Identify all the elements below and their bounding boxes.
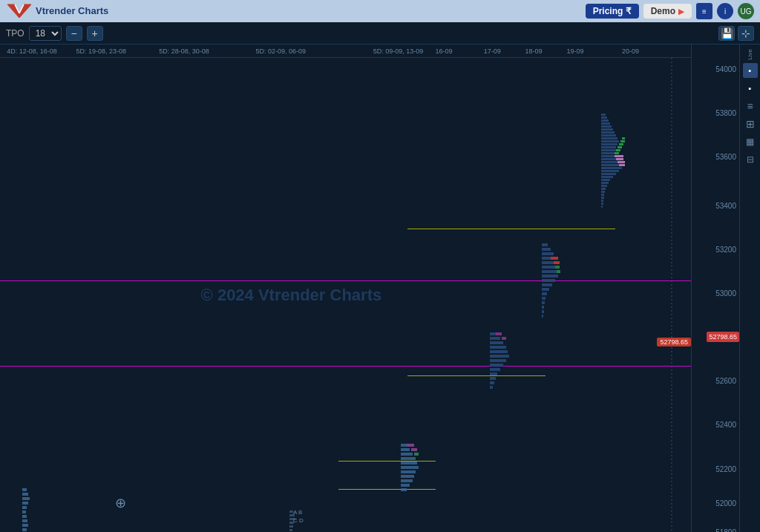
svg-rect-23 (401, 470, 416, 473)
svg-rect-4 (22, 493, 28, 496)
svg-rect-86 (601, 170, 619, 172)
price-54000: 54000 (715, 65, 736, 73)
price-52200: 52200 (715, 464, 736, 473)
time-label-5: 5D: 09-09, 13-09 (373, 47, 424, 55)
time-label-7: 17-09 (484, 47, 501, 55)
svg-rect-42 (490, 381, 494, 384)
svg-rect-68 (601, 116, 607, 119)
svg-rect-101 (618, 161, 625, 163)
sidebar-small-grid-icon[interactable]: ⊟ (743, 152, 758, 167)
svg-rect-70 (601, 122, 610, 125)
zoom-in-button[interactable]: + (87, 26, 103, 41)
svg-rect-8 (22, 510, 26, 513)
svg-rect-95 (601, 197, 604, 199)
svg-rect-89 (601, 179, 610, 181)
demo-button[interactable]: Demo ▶ (643, 4, 692, 19)
save-button[interactable]: 💾 (718, 26, 735, 41)
svg-rect-20 (401, 457, 416, 460)
price-53400: 53400 (715, 201, 736, 209)
svg-rect-32 (490, 337, 500, 340)
svg-rect-33 (490, 341, 503, 344)
sidebar-white-rect-2[interactable]: ▪ (743, 81, 758, 96)
svg-rect-72 (601, 128, 613, 131)
svg-rect-40 (490, 372, 497, 375)
svg-rect-7 (22, 506, 27, 509)
time-label-10: 20-09 (622, 47, 639, 55)
svg-rect-25 (401, 479, 413, 482)
svg-rect-21 (401, 462, 417, 464)
svg-rect-44 (496, 332, 502, 335)
interval-select[interactable]: 18 30 60 (29, 26, 62, 41)
svg-rect-12 (22, 528, 27, 531)
svg-rect-64 (554, 261, 560, 264)
svg-rect-85 (601, 167, 622, 169)
menu-button[interactable]: ≡ (696, 3, 712, 19)
sidebar-menu-icon[interactable]: ≡ (743, 99, 758, 114)
chart-svg-area: © 2024 Vtrender Charts (0, 58, 691, 532)
pricing-button[interactable]: Pricing ₹ (586, 4, 639, 19)
price-51800: 51800 (715, 528, 736, 533)
svg-rect-115 (289, 529, 292, 531)
svg-rect-114 (289, 525, 293, 528)
sidebar-white-rect-1[interactable]: ▪ (743, 63, 758, 78)
svg-rect-79 (601, 149, 618, 151)
crosshair-button[interactable]: ⊹ (738, 26, 754, 41)
svg-rect-103 (615, 152, 619, 154)
svg-rect-69 (601, 119, 609, 122)
time-label-3: 5D: 28-08, 30-08 (159, 47, 209, 55)
svg-rect-63 (551, 257, 558, 260)
svg-rect-19 (401, 453, 413, 456)
svg-rect-58 (542, 297, 546, 300)
price-53200: 53200 (715, 245, 736, 253)
current-price-badge: 52798.65 (707, 332, 739, 342)
svg-rect-67 (601, 114, 606, 116)
price-52600: 52600 (715, 377, 736, 385)
demo-label: Demo (651, 6, 675, 16)
svg-rect-96 (601, 200, 603, 202)
price-axis: 54000 53800 53600 53400 53200 53000 5280… (691, 45, 739, 532)
svg-rect-107 (620, 140, 625, 142)
price-52000: 52000 (715, 499, 736, 507)
time-axis: 4D: 12-08, 16-08 5D: 19-08, 23-08 5D: 28… (0, 45, 691, 58)
svg-rect-47 (542, 248, 551, 251)
svg-rect-87 (601, 173, 616, 175)
svg-rect-91 (601, 185, 607, 187)
svg-rect-18 (401, 448, 410, 451)
top-navigation: Vtrender Charts Pricing ₹ Demo ▶ ≡ i UG (0, 0, 760, 22)
logo-text: Vtrender Charts (36, 6, 108, 16)
live-label: Live (747, 49, 753, 60)
svg-rect-41 (490, 377, 496, 380)
svg-rect-94 (601, 194, 604, 196)
svg-rect-102 (619, 164, 625, 166)
info-button[interactable]: i (717, 3, 733, 19)
svg-rect-37 (490, 359, 506, 362)
svg-rect-93 (601, 191, 605, 193)
svg-rect-17 (401, 444, 407, 447)
svg-rect-29 (411, 448, 417, 451)
chart-type-label: TPO (6, 28, 24, 39)
logo-icon (6, 3, 33, 19)
svg-rect-73 (601, 131, 615, 134)
time-label-8: 18-09 (525, 47, 543, 55)
chart-legend: A BC D (293, 509, 304, 525)
svg-rect-59 (542, 301, 545, 304)
sidebar-bars-icon[interactable]: ▦ (743, 134, 758, 149)
zoom-out-button[interactable]: − (66, 26, 82, 41)
logo-area: Vtrender Charts (6, 3, 108, 19)
svg-rect-104 (616, 149, 620, 151)
svg-rect-35 (490, 350, 508, 353)
svg-rect-65 (555, 266, 560, 269)
chart-container[interactable]: 4D: 12-08, 16-08 5D: 19-08, 23-08 5D: 28… (0, 45, 691, 532)
svg-rect-60 (542, 306, 544, 309)
svg-rect-36 (490, 355, 509, 358)
svg-rect-30 (414, 453, 419, 456)
svg-rect-9 (22, 515, 27, 518)
svg-rect-77 (601, 143, 618, 145)
svg-rect-61 (542, 310, 544, 313)
svg-rect-75 (601, 137, 618, 139)
user-button[interactable]: UG (738, 3, 754, 19)
crosshair-icon[interactable]: ⊕ (115, 495, 126, 511)
svg-rect-56 (542, 288, 549, 291)
svg-rect-90 (601, 182, 609, 184)
sidebar-grid-icon[interactable]: ⊞ (743, 116, 758, 131)
